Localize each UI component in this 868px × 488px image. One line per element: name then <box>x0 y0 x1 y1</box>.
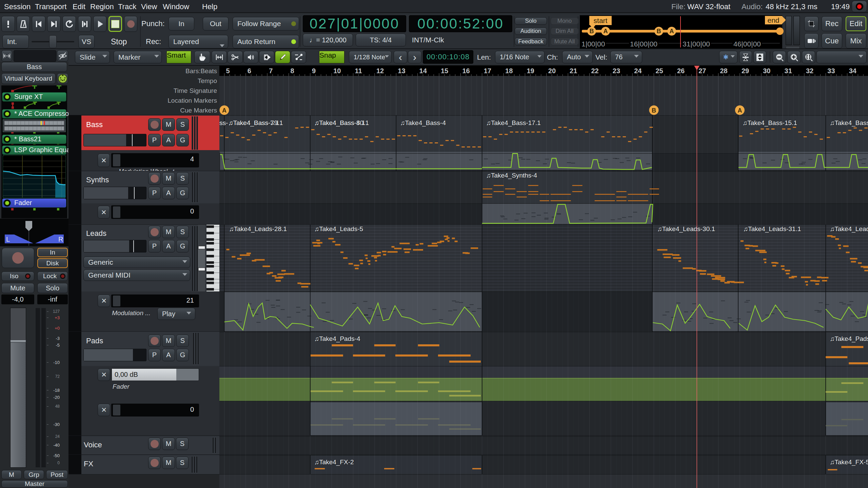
svg-text:♫Take4_Bass-7.1: ♫Take4_Bass-7.1 <box>229 119 280 127</box>
svg-text:22: 22 <box>591 67 599 75</box>
svg-text:9: 9 <box>312 67 316 75</box>
svg-text:29: 29 <box>742 67 749 75</box>
svg-text:8: 8 <box>291 67 294 75</box>
svg-text:13: 13 <box>398 67 405 75</box>
svg-text:♫Take4_FX-2: ♫Take4_FX-2 <box>314 459 354 466</box>
svg-text:♫Take4_Pads-: ♫Take4_Pads- <box>830 335 868 343</box>
svg-text:25: 25 <box>656 67 663 75</box>
svg-text:14: 14 <box>419 67 427 75</box>
svg-text:28: 28 <box>720 67 728 75</box>
svg-text:♫Take4_Bass-4: ♫Take4_Bass-4 <box>400 119 446 127</box>
svg-text:♫Take4_Bass-17.1: ♫Take4_Bass-17.1 <box>486 119 541 127</box>
svg-text:26: 26 <box>677 67 685 75</box>
svg-text:30: 30 <box>763 67 770 75</box>
svg-text:B: B <box>652 107 656 114</box>
svg-text:16: 16 <box>462 67 470 75</box>
svg-text:33: 33 <box>827 67 835 75</box>
svg-text:♫Take4_Leads-30.1: ♫Take4_Leads-30.1 <box>657 225 715 233</box>
svg-text:24: 24 <box>634 67 642 75</box>
svg-text:31: 31 <box>785 67 792 75</box>
svg-text:21: 21 <box>570 67 577 75</box>
svg-text:♫Take4_Synths-4: ♫Take4_Synths-4 <box>486 172 537 179</box>
svg-text:A: A <box>737 107 742 114</box>
svg-text:L: L <box>6 236 10 243</box>
svg-text:5: 5 <box>226 67 230 75</box>
svg-text:15: 15 <box>441 67 448 75</box>
svg-text:♫Take4_Leads-5: ♫Take4_Leads-5 <box>314 225 363 233</box>
svg-text:♫Take4_Leads-31.1: ♫Take4_Leads-31.1 <box>743 225 801 233</box>
svg-text:6: 6 <box>248 67 251 75</box>
svg-text:18: 18 <box>505 67 513 75</box>
svg-text:27: 27 <box>698 67 706 75</box>
svg-text:♫Take4_Leads: ♫Take4_Leads <box>830 225 868 233</box>
svg-text:♫Take4_Leads-28.1: ♫Take4_Leads-28.1 <box>229 225 287 233</box>
svg-text:23: 23 <box>613 67 620 75</box>
svg-text:A: A <box>222 107 226 114</box>
svg-text:♫Take4_Bass-15.1: ♫Take4_Bass-15.1 <box>743 119 797 127</box>
svg-text:34: 34 <box>849 67 857 75</box>
svg-text:17: 17 <box>484 67 491 75</box>
svg-text:19: 19 <box>527 67 534 75</box>
svg-text:♫Take4_Bass-16: ♫Take4_Bass-16 <box>830 119 868 127</box>
svg-text:20: 20 <box>548 67 556 75</box>
svg-text:♫Take4_Bass-8.1: ♫Take4_Bass-8.1 <box>314 119 366 127</box>
svg-text:12: 12 <box>376 67 384 75</box>
svg-text:R: R <box>58 236 63 243</box>
svg-text:32: 32 <box>806 67 813 75</box>
svg-text:7: 7 <box>269 67 273 75</box>
svg-text:♫Take4_FX-5.1: ♫Take4_FX-5.1 <box>830 459 868 466</box>
svg-text:♫Take4_Pads-4: ♫Take4_Pads-4 <box>314 335 360 343</box>
svg-text:11: 11 <box>355 67 362 75</box>
svg-text:10: 10 <box>333 67 341 75</box>
svg-text:ss-: ss- <box>219 119 228 126</box>
